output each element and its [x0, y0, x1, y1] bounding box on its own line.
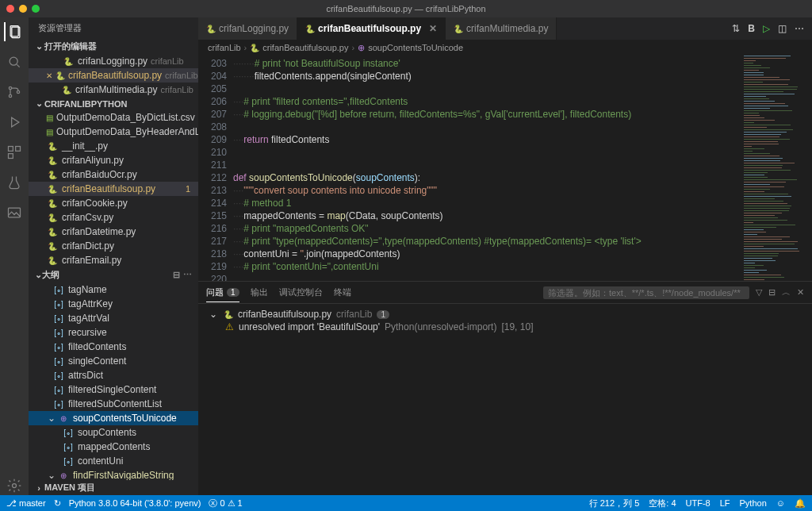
status-bar: ⎇ master ↻ Python 3.8.0 64-bit ('3.8.0':… [0, 495, 812, 511]
problem-item[interactable]: ⚠ unresolved import 'BeautifulSoup' Pyth… [208, 320, 802, 334]
warning-icon: ⚠ [225, 321, 234, 332]
status-sync[interactable]: ↻ [54, 498, 61, 509]
outline-function[interactable]: ⌄⊕soupContentsToUnicode [29, 411, 198, 425]
workspace-header[interactable]: ⌄CRIFANLIBPYTHON [29, 97, 198, 110]
settings-icon[interactable] [5, 476, 24, 495]
git-compare-icon[interactable]: ⇅ [732, 23, 740, 34]
svg-rect-7 [16, 147, 21, 152]
editor-tabs: crifanLogging.pycrifanBeautifulsoup.py✕c… [198, 17, 812, 40]
file-item[interactable]: crifanBaiduOcr.py [29, 167, 198, 182]
search-icon[interactable] [5, 52, 24, 71]
minimap[interactable] [741, 56, 812, 281]
open-editor-item[interactable]: crifanLogging.pycrifanLib [29, 54, 198, 68]
status-errors[interactable]: ⓧ 0 ⚠ 1 [209, 498, 242, 509]
svg-rect-6 [9, 147, 13, 152]
file-item[interactable]: crifanBeautifulsoup.py1 [29, 182, 198, 196]
svg-point-2 [10, 57, 17, 65]
debug-icon[interactable] [5, 113, 24, 132]
bold-icon[interactable]: B [748, 23, 755, 34]
svg-point-3 [9, 86, 11, 89]
problems-filter-input[interactable] [543, 286, 749, 299]
status-eol[interactable]: LF [720, 498, 730, 509]
outline-variable[interactable]: [∘]filteredSingleContent [29, 382, 198, 397]
file-item[interactable]: crifanAliyun.py [29, 153, 198, 167]
status-bell-icon[interactable]: 🔔 [795, 498, 806, 509]
minimize-window-icon[interactable] [19, 5, 27, 13]
close-icon[interactable]: ✕ [429, 23, 437, 34]
status-language[interactable]: Python [740, 498, 767, 509]
outline-variable[interactable]: [∘]tagName [29, 282, 198, 297]
problem-file-row[interactable]: ⌄ crifanBeautifulsoup.py crifanLib 1 [208, 309, 802, 320]
collapse-icon[interactable]: ⊟ [768, 287, 776, 298]
outline-variable[interactable]: [∘]soupContents [29, 425, 198, 440]
svg-point-4 [9, 94, 11, 97]
file-item[interactable]: crifanEmail.py [29, 253, 198, 267]
test-icon[interactable] [5, 173, 24, 192]
outline-variable[interactable]: [∘]attrsDict [29, 368, 198, 382]
file-item[interactable]: ▤OutputDemoData_ByDictList.csv [29, 110, 198, 125]
tab-problems[interactable]: 问题1 [206, 283, 239, 302]
tab-output[interactable]: 输出 [251, 283, 268, 302]
svg-point-10 [13, 484, 17, 488]
tab-debug-console[interactable]: 调试控制台 [279, 283, 323, 302]
outline-header[interactable]: ⌄大纲 ⊟⋯ [29, 267, 198, 282]
outline-variable[interactable]: [∘]filtedContents [29, 340, 198, 354]
more-icon[interactable]: ⋯ [795, 23, 804, 34]
extensions-icon[interactable] [5, 143, 24, 162]
status-cursor[interactable]: 行 212，列 5 [589, 498, 640, 509]
close-icon[interactable]: ✕ [797, 287, 804, 298]
tab-terminal[interactable]: 终端 [334, 283, 351, 302]
status-branch[interactable]: ⎇ master [6, 498, 46, 509]
problems-panel: 问题1 输出 调试控制台 终端 ▽ ⊟ ︿ ✕ ⌄ crifanBe [198, 281, 812, 495]
status-feedback-icon[interactable]: ☺ [776, 498, 785, 509]
outline-variable[interactable]: [∘]contentUni [29, 454, 198, 468]
outline-variable[interactable]: [∘]tagAttrVal [29, 311, 198, 325]
run-icon[interactable]: ▷ [763, 23, 770, 34]
outline-variable[interactable]: [∘]recursive [29, 325, 198, 340]
outline-variable[interactable]: [∘]filteredSubContentList [29, 397, 198, 411]
open-editors-header[interactable]: ⌄打开的编辑器 [29, 39, 198, 54]
editor-tab[interactable]: crifanBeautifulsoup.py✕ [297, 17, 446, 40]
code-editor[interactable]: 2032042052062072082092102112122132142152… [198, 56, 812, 281]
open-editor-item[interactable]: crifanMultimedia.pycrifanLib [29, 83, 198, 97]
image-icon[interactable] [5, 203, 24, 222]
file-item[interactable]: ▤OutputDemoData_ByHeaderAndLis... [29, 125, 198, 139]
window-title: crifanBeautifulsoup.py — crifanLibPython [326, 4, 485, 13]
maximize-window-icon[interactable] [32, 5, 40, 13]
outline-function[interactable]: ⌄⊕findFirstNavigableString [29, 468, 198, 480]
close-window-icon[interactable] [6, 5, 14, 13]
outline-variable[interactable]: [∘]singleContent [29, 354, 198, 368]
status-encoding[interactable]: UTF-8 [686, 498, 710, 509]
file-item[interactable]: __init__.py [29, 139, 198, 153]
explorer-icon[interactable] [4, 22, 23, 41]
split-icon[interactable]: ◫ [778, 23, 787, 34]
sidebar: 资源管理器 ⌄打开的编辑器 crifanLogging.pycrifanLib✕… [29, 17, 198, 495]
more-icon[interactable]: ⋯ [183, 270, 192, 279]
file-item[interactable]: crifanCookie.py [29, 196, 198, 210]
collapse-icon[interactable]: ⊟ [173, 270, 180, 279]
svg-point-5 [17, 90, 19, 93]
svg-rect-8 [9, 154, 13, 159]
status-python[interactable]: Python 3.8.0 64-bit ('3.8.0': pyenv) [69, 498, 201, 508]
titlebar: crifanBeautifulsoup.py — crifanLibPython [0, 0, 812, 17]
maven-header[interactable]: ›MAVEN 项目 [29, 480, 198, 495]
svg-rect-9 [9, 208, 21, 217]
editor-tab[interactable]: crifanMultimedia.py [446, 17, 557, 40]
file-item[interactable]: crifanDict.py [29, 239, 198, 253]
file-item[interactable]: crifanCsv.py [29, 210, 198, 225]
source-control-icon[interactable] [5, 83, 24, 102]
chevron-up-icon[interactable]: ︿ [782, 286, 791, 298]
editor-tab[interactable]: crifanLogging.py [198, 17, 297, 40]
activity-bar [0, 17, 29, 495]
file-item[interactable]: crifanDatetime.py [29, 225, 198, 239]
sidebar-title: 资源管理器 [29, 17, 198, 39]
filter-icon[interactable]: ▽ [756, 287, 762, 298]
breadcrumb[interactable]: crifanLib› crifanBeautifulsoup.py› ⊕soup… [198, 40, 812, 56]
status-spaces[interactable]: 空格: 4 [649, 498, 676, 509]
open-editor-item[interactable]: ✕crifanBeautifulsoup.pycrifanLib1 [29, 68, 198, 83]
outline-variable[interactable]: [∘]tagAttrKey [29, 297, 198, 311]
outline-variable[interactable]: [∘]mappedContents [29, 440, 198, 454]
